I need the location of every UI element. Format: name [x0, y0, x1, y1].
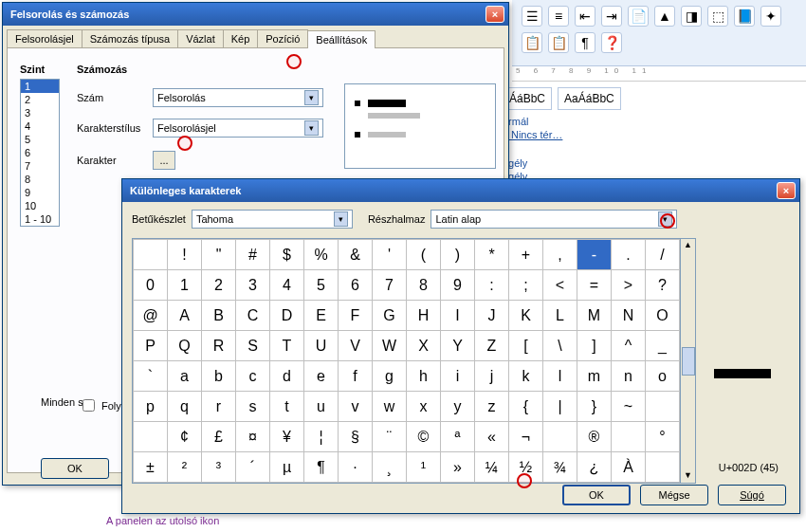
char-cell[interactable]: I — [441, 301, 475, 331]
char-cell[interactable]: H — [407, 301, 441, 331]
char-cell[interactable]: 3 — [236, 270, 270, 301]
char-cell[interactable]: l — [543, 361, 577, 392]
level-item[interactable]: 1 - 10 — [21, 212, 59, 226]
toolbar-icon[interactable]: 📋 — [522, 32, 542, 53]
tab-pozíció[interactable]: Pozíció — [257, 29, 308, 47]
char-cell[interactable] — [543, 422, 577, 452]
char-cell[interactable]: · — [339, 452, 373, 483]
char-cell[interactable] — [646, 392, 680, 422]
char-cell[interactable]: ] — [577, 331, 612, 361]
char-cell[interactable]: ª — [441, 422, 475, 452]
char-cell[interactable]: ¨ — [373, 422, 407, 452]
char-cell[interactable]: Q — [168, 331, 202, 361]
style-gallery[interactable]: ÁáBbC AaÁáBbC — [503, 87, 621, 110]
char-cell[interactable]: ± — [134, 452, 168, 483]
toolbar-icon[interactable]: ❓ — [601, 32, 622, 53]
scroll-thumb[interactable] — [682, 347, 695, 376]
char-cell[interactable]: * — [475, 240, 509, 270]
toolbar-icon[interactable]: ◨ — [681, 6, 702, 27]
char-cell[interactable]: E — [304, 301, 339, 331]
char-cell[interactable]: % — [304, 240, 339, 270]
char-cell[interactable]: ¥ — [270, 422, 304, 452]
continue-checkbox[interactable] — [82, 399, 95, 412]
char-cell[interactable] — [134, 240, 168, 270]
help-button[interactable]: Súgó — [718, 485, 786, 505]
char-cell[interactable]: U — [304, 331, 339, 361]
toolbar-icon[interactable]: ⇥ — [601, 6, 622, 27]
char-cell[interactable]: 4 — [270, 270, 304, 301]
toolbar-icon[interactable]: ¶ — [575, 32, 595, 53]
char-cell[interactable]: = — [577, 270, 612, 301]
char-cell[interactable]: p — [134, 392, 168, 422]
char-cell[interactable]: g — [373, 361, 407, 392]
char-cell[interactable]: µ — [270, 452, 304, 483]
char-cell[interactable]: e — [304, 361, 339, 392]
char-cell[interactable] — [646, 452, 680, 483]
char-cell[interactable]: À — [612, 452, 646, 483]
char-cell[interactable]: A — [168, 301, 202, 331]
char-cell[interactable]: C — [236, 301, 270, 331]
char-cell[interactable]: » — [441, 452, 475, 483]
char-cell[interactable]: - — [577, 240, 612, 270]
char-cell[interactable]: m — [577, 361, 612, 392]
char-cell[interactable]: ¬ — [509, 422, 543, 452]
char-cell[interactable]: @ — [134, 301, 168, 331]
char-cell[interactable]: M — [577, 301, 612, 331]
char-cell[interactable]: w — [373, 392, 407, 422]
char-cell[interactable]: ' — [373, 240, 407, 270]
ok-button[interactable]: OK — [41, 458, 109, 479]
toolbar-icon[interactable]: ⇤ — [575, 6, 595, 27]
scrollbar[interactable]: ▲ ▼ — [681, 238, 696, 484]
charstyle-select[interactable]: Felsorolásjel ▾ — [153, 119, 323, 138]
toolbar-icon[interactable]: 📘 — [734, 6, 755, 27]
char-cell[interactable]: \ — [543, 331, 577, 361]
char-cell[interactable]: 8 — [407, 270, 441, 301]
char-cell[interactable]: x — [407, 392, 441, 422]
char-cell[interactable]: O — [646, 301, 680, 331]
char-cell[interactable]: ³ — [202, 452, 236, 483]
level-item[interactable]: 8 — [21, 173, 59, 186]
char-cell[interactable] — [612, 422, 646, 452]
toolbar-icon[interactable]: ✦ — [760, 6, 781, 27]
style-label-nospacing[interactable]: ¶ Nincs tér… — [503, 129, 562, 140]
char-cell[interactable]: £ — [202, 422, 236, 452]
char-cell[interactable]: $ — [270, 240, 304, 270]
char-cell[interactable]: 7 — [373, 270, 407, 301]
char-cell[interactable]: f — [339, 361, 373, 392]
char-cell[interactable]: ; — [509, 270, 543, 301]
tab-vázlat[interactable]: Vázlat — [177, 29, 224, 47]
level-list[interactable]: 123456789101 - 10 — [20, 79, 60, 227]
char-cell[interactable]: t — [270, 392, 304, 422]
char-cell[interactable]: ? — [646, 270, 680, 301]
char-cell[interactable]: ! — [168, 240, 202, 270]
char-cell[interactable]: v — [339, 392, 373, 422]
char-cell[interactable]: d — [270, 361, 304, 392]
char-cell[interactable]: o — [646, 361, 680, 392]
scroll-down-icon[interactable]: ▼ — [684, 469, 692, 483]
char-cell[interactable]: D — [270, 301, 304, 331]
close-icon[interactable]: × — [777, 182, 796, 199]
char-cell[interactable]: ~ — [612, 392, 646, 422]
char-cell[interactable]: n — [612, 361, 646, 392]
char-cell[interactable]: : — [475, 270, 509, 301]
char-cell[interactable]: ` — [134, 361, 168, 392]
level-item[interactable]: 6 — [21, 146, 59, 159]
scroll-up-icon[interactable]: ▲ — [684, 239, 692, 252]
level-item[interactable]: 5 — [21, 133, 59, 146]
char-cell[interactable]: ^ — [612, 331, 646, 361]
char-cell[interactable]: # — [236, 240, 270, 270]
char-cell[interactable]: a — [168, 361, 202, 392]
chevron-down-icon[interactable]: ▾ — [304, 90, 319, 105]
char-cell[interactable]: 2 — [202, 270, 236, 301]
char-cell[interactable]: ¦ — [304, 422, 339, 452]
char-cell[interactable]: 9 — [441, 270, 475, 301]
style-sample-1[interactable]: ÁáBbC — [503, 87, 552, 110]
char-cell[interactable]: ¼ — [475, 452, 509, 483]
level-item[interactable]: 2 — [21, 93, 59, 106]
char-cell[interactable]: L — [543, 301, 577, 331]
char-cell[interactable]: + — [509, 240, 543, 270]
char-cell[interactable]: ( — [407, 240, 441, 270]
toolbar-icon[interactable]: ⬚ — [707, 6, 728, 27]
char-cell[interactable]: | — [543, 392, 577, 422]
char-cell[interactable]: " — [202, 240, 236, 270]
